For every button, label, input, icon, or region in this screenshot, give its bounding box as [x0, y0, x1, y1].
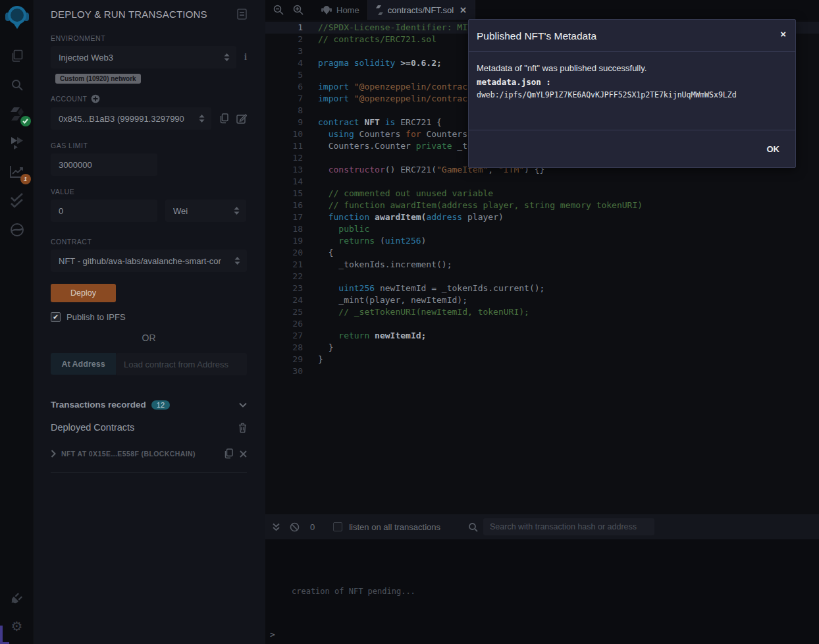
network-badge: Custom (10920) network: [55, 74, 141, 84]
terminal-search-input[interactable]: [483, 518, 654, 535]
line-number: 29: [265, 354, 303, 365]
add-account-icon[interactable]: [91, 94, 100, 103]
deploy-and-run-icon[interactable]: [7, 133, 27, 153]
terminal-log-line: creation of NFT pending...: [292, 587, 415, 596]
code-line[interactable]: 20 {: [265, 247, 819, 259]
chevron-updown-icon: [199, 115, 205, 122]
remove-contract-icon[interactable]: [240, 450, 247, 458]
deployed-contract-item[interactable]: NFT AT 0X15E...E558F (BLOCKCHAIN): [51, 448, 247, 473]
code-line[interactable]: 28 }: [265, 342, 819, 354]
publish-ipfs-label: Publish to IPFS: [66, 312, 126, 322]
code-line[interactable]: 26: [265, 318, 819, 330]
transactions-count-badge: 12: [151, 400, 170, 410]
ok-button[interactable]: OK: [767, 144, 780, 154]
pending-tx-count: 0: [310, 522, 315, 532]
line-number: 22: [265, 271, 303, 282]
account-select[interactable]: 0x845...B1aB3 (999991.3297990: [51, 107, 211, 130]
line-number: 21: [265, 259, 303, 271]
solidity-file-icon: [376, 5, 383, 15]
documentation-icon[interactable]: [237, 9, 247, 20]
value-unit-select[interactable]: Wei: [165, 200, 246, 222]
terminal-toolbar: 0 listen on all transactions: [265, 514, 819, 539]
tab-home[interactable]: Home: [313, 0, 367, 20]
code-line[interactable]: 27 return newItemId;: [265, 330, 819, 342]
deployed-contract-label: NFT AT 0X15E...E558F (BLOCKCHAIN): [61, 450, 196, 458]
code-line[interactable]: 30: [265, 365, 819, 377]
value-label: VALUE: [51, 188, 247, 196]
remix-logo-icon[interactable]: [5, 4, 30, 30]
file-explorer-icon[interactable]: [7, 46, 27, 66]
code-line[interactable]: 15 // commented out unused variable: [265, 188, 819, 200]
transactions-recorded-label: Transactions recorded: [51, 400, 146, 410]
line-number: 16: [265, 200, 303, 211]
unit-testing-icon[interactable]: [7, 191, 27, 211]
close-tab-icon[interactable]: ✕: [460, 5, 467, 15]
at-address-input[interactable]: [116, 353, 247, 375]
line-number: 9: [265, 117, 303, 128]
account-label: ACCOUNT: [51, 95, 87, 103]
deployed-contracts-label: Deployed Contracts: [51, 422, 134, 433]
code-line[interactable]: 21 _tokenIds.increment();: [265, 259, 819, 271]
at-address-button[interactable]: At Address: [51, 353, 116, 375]
transactions-recorded-toggle[interactable]: Transactions recorded 12: [51, 400, 247, 410]
tab-nft-sol-label: contracts/NFT.sol: [388, 5, 454, 15]
theme-accent: [0, 626, 3, 644]
code-line[interactable]: 25 // _setTokenURI(newItemId, tokenURI);: [265, 306, 819, 318]
sign-message-icon[interactable]: [236, 113, 247, 124]
solidity-compiler-icon[interactable]: [7, 104, 27, 124]
code-line[interactable]: 17 function awardItem(address player): [265, 211, 819, 223]
debugger-icon[interactable]: [7, 220, 27, 240]
code-line[interactable]: 22: [265, 271, 819, 282]
copy-account-icon[interactable]: [219, 113, 228, 124]
tab-home-label: Home: [336, 5, 359, 15]
line-number: 3: [265, 45, 303, 57]
published-metadata-modal: Published NFT's Metadata × Metadata of "…: [468, 19, 796, 168]
zoom-in-icon[interactable]: [288, 4, 308, 16]
or-separator: OR: [51, 333, 247, 343]
line-number: 12: [265, 152, 303, 164]
listen-transactions-checkbox[interactable]: [333, 522, 342, 531]
chevron-updown-icon: [234, 257, 240, 265]
clear-deployed-trash-icon[interactable]: [238, 423, 247, 433]
contract-label: CONTRACT: [51, 238, 247, 246]
code-line[interactable]: 16 // function awardItem(address player,…: [265, 200, 819, 211]
line-number: 26: [265, 318, 303, 330]
value-input[interactable]: [51, 200, 157, 222]
modal-message: Metadata of "nft" was published successf…: [477, 63, 786, 73]
modal-close-icon[interactable]: ×: [780, 28, 786, 40]
chevron-down-icon: [239, 402, 247, 408]
metadata-file-label: metadata.json :: [477, 77, 786, 87]
search-icon[interactable]: [7, 75, 27, 95]
contract-select[interactable]: NFT - github/ava-labs/avalanche-smart-co…: [51, 250, 247, 272]
expand-contract-icon[interactable]: [51, 450, 56, 458]
plugin-manager-icon[interactable]: [7, 587, 27, 607]
code-line[interactable]: 23 uint256 newItemId = _tokenIds.current…: [265, 282, 819, 294]
code-line[interactable]: 29}: [265, 354, 819, 365]
code-line[interactable]: 24 _mint(player, newItemId);: [265, 294, 819, 306]
clear-console-icon[interactable]: [290, 522, 300, 532]
terminal-output[interactable]: creation of NFT pending... >: [265, 539, 819, 644]
code-line[interactable]: 18 public: [265, 223, 819, 235]
line-number: 1: [265, 22, 303, 34]
publish-ipfs-checkbox[interactable]: ✔ Publish to IPFS: [51, 312, 247, 322]
account-value: 0x845...B1aB3 (999991.3297990: [59, 114, 184, 124]
deploy-button[interactable]: Deploy: [51, 284, 116, 302]
environment-info-icon[interactable]: i: [244, 52, 247, 63]
environment-select[interactable]: Injected Web3: [51, 46, 236, 68]
code-line[interactable]: 19 returns (uint256): [265, 235, 819, 247]
tab-nft-sol[interactable]: contracts/NFT.sol ✕: [367, 0, 475, 20]
chevron-updown-icon: [234, 207, 240, 215]
code-line[interactable]: 14: [265, 176, 819, 188]
line-number: 19: [265, 235, 303, 247]
settings-gear-icon[interactable]: ⚙: [7, 616, 27, 636]
zoom-out-icon[interactable]: [269, 4, 288, 16]
terminal-search-icon: [468, 522, 478, 532]
statistics-badge: 1: [20, 174, 31, 184]
gas-limit-input[interactable]: [51, 153, 157, 176]
line-number: 8: [265, 105, 303, 117]
copy-contract-icon[interactable]: [224, 448, 233, 459]
expand-terminal-icon[interactable]: [272, 523, 280, 531]
statistics-icon[interactable]: 1: [7, 162, 27, 182]
icon-rail: 1 ⚙: [0, 0, 34, 644]
contract-value: NFT - github/ava-labs/avalanche-smart-co…: [59, 256, 221, 266]
